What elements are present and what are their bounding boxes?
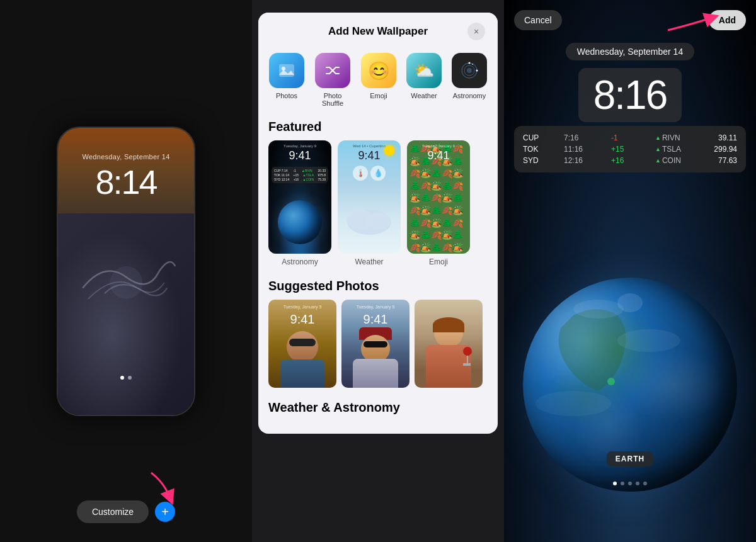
astronomy-label: Astronomy xyxy=(453,92,486,99)
person-silhouette-3 xyxy=(420,312,477,388)
featured-phone-emoji: 🌲🍂🏕️🌲🍂🏕️🌲🍂🏕️🌲🍂🏕️🌲🍂🏕️🌲🍂🏕️🌲🍂🏕️🌲🍂🏕️🌲🍂🏕️🌲🍂🏕️… xyxy=(407,140,470,254)
modal-title: Add New Wallpaper xyxy=(289,25,467,38)
featured-phone-weather: Wed 14 • Cupertino 9:41 🌡️ 💧 xyxy=(338,140,401,254)
dot-1 xyxy=(120,376,124,380)
add-arrow-annotation xyxy=(662,5,724,37)
stock-time-syd: 12:16 xyxy=(564,156,589,165)
emoji-icon: 😊 xyxy=(361,53,396,88)
add-wallpaper-button[interactable]: + xyxy=(155,502,175,522)
featured-weather-widgets: 🌡️ 💧 xyxy=(338,166,401,181)
suggested-section-title: Suggested Photos xyxy=(258,276,498,300)
stock-time-cup: 7:16 xyxy=(564,133,589,142)
featured-label-emoji: Emoji xyxy=(429,257,448,266)
stock-change-syd: +16 xyxy=(611,156,633,165)
stock-ticker-cup: CUP xyxy=(523,133,542,142)
modal: Add New Wallpaper × Photos Photo Shuffle… xyxy=(258,13,498,434)
featured-emoji-time: 9:41 xyxy=(407,149,470,162)
featured-grid: Tuesday, January 9 9:41 CUP 7:14-1▲RIVN2… xyxy=(258,140,498,276)
suggested-photo-3[interactable] xyxy=(415,300,483,388)
svg-point-6 xyxy=(469,62,471,64)
graffiti-svg xyxy=(72,228,181,342)
featured-stocks-widget: CUP 7:14-1▲RIVN20.33 TOK 11:14+15▲TSLA97… xyxy=(272,167,328,183)
svg-point-0 xyxy=(110,266,142,299)
stock-change-cup: -1 xyxy=(611,133,633,142)
featured-earth xyxy=(278,200,322,244)
svg-point-5 xyxy=(467,68,472,73)
svg-point-7 xyxy=(476,70,478,72)
featured-emoji-date: Tuesday, January 9 xyxy=(407,144,470,148)
panel-add-wallpaper: Add New Wallpaper × Photos Photo Shuffle… xyxy=(252,0,504,542)
weather-clouds-svg xyxy=(338,191,401,241)
p3-dot-2 xyxy=(621,482,624,485)
modal-header: Add New Wallpaper × xyxy=(258,13,498,45)
lock-screen-time: 8:16 xyxy=(504,68,756,122)
featured-phone-astronomy: Tuesday, January 9 9:41 CUP 7:14-1▲RIVN2… xyxy=(268,140,331,254)
stock-change-tok: +15 xyxy=(611,145,633,154)
person-silhouette-1 xyxy=(274,325,331,388)
stock-name-coin: ▲COIN xyxy=(655,156,687,165)
featured-item-weather[interactable]: Wed 14 • Cupertino 9:41 🌡️ 💧 xyxy=(338,140,401,266)
p3-dot-4 xyxy=(636,482,639,485)
svg-point-11 xyxy=(366,213,391,229)
panel-wallpaper-list: Wednesday, September 14 8:14 Customize + xyxy=(0,0,252,542)
date-pill: Wednesday, September 14 xyxy=(566,43,694,60)
stock-ticker-syd: SYD xyxy=(523,156,542,165)
svg-point-14 xyxy=(536,391,611,416)
stock-ticker-tok: TOK xyxy=(523,145,542,154)
wallpaper-type-photos[interactable]: Photos xyxy=(269,53,304,107)
featured-label-astronomy: Astronomy xyxy=(282,257,318,266)
wallpaper-type-shuffle[interactable]: Photo Shuffle xyxy=(314,53,351,107)
weather-label: Weather xyxy=(411,92,437,99)
customize-button[interactable]: Customize xyxy=(77,500,149,523)
svg-point-13 xyxy=(617,329,680,352)
featured-item-emoji[interactable]: 🌲🍂🏕️🌲🍂🏕️🌲🍂🏕️🌲🍂🏕️🌲🍂🏕️🌲🍂🏕️🌲🍂🏕️🌲🍂🏕️🌲🍂🏕️🌲🍂🏕️… xyxy=(407,140,470,266)
time-pill: 8:16 xyxy=(578,68,682,122)
cancel-button[interactable]: Cancel xyxy=(514,10,562,30)
weather-astronomy-title: Weather & Astronomy xyxy=(258,398,498,421)
panel-wallpaper-preview: Cancel Add Wednesday, September 14 8:16 … xyxy=(504,0,756,542)
suggested-photo-1[interactable]: Tuesday, January 9 9:41 xyxy=(268,300,336,388)
wallpaper-type-weather[interactable]: ⛅ Weather xyxy=(406,53,442,107)
svg-point-15 xyxy=(617,293,643,312)
wine-glass xyxy=(463,347,472,366)
astronomy-icon xyxy=(452,53,487,88)
weather-icon: ⛅ xyxy=(406,53,442,88)
p3-dot-1 xyxy=(613,482,617,485)
phone-lock-time: 8:14 xyxy=(58,162,194,201)
svg-point-12 xyxy=(573,300,624,319)
stock-name-tsla: ▲TSLA xyxy=(655,145,687,154)
svg-point-16 xyxy=(607,378,615,385)
featured-item-astronomy[interactable]: Tuesday, January 9 9:41 CUP 7:14-1▲RIVN2… xyxy=(268,140,331,266)
featured-label-weather: Weather xyxy=(355,257,383,266)
phone-lock-date: Wednesday, September 14 xyxy=(58,153,194,161)
stock-row-cup: CUP 7:16 -1 ▲RIVN 39.11 xyxy=(523,132,737,144)
svg-point-8 xyxy=(472,64,473,65)
stock-row-syd: SYD 12:16 +16 ▲COIN 77.63 xyxy=(523,155,737,166)
wallpaper-type-list: Photos Photo Shuffle 😊 Emoji ⛅ Weather xyxy=(258,45,498,117)
shuffle-icon xyxy=(315,53,350,88)
stock-price-tsla: 299.94 xyxy=(709,145,737,154)
emoji-label: Emoji xyxy=(370,92,387,99)
featured-mini-date-1: Tuesday, January 9 xyxy=(268,144,331,148)
photos-icon xyxy=(269,53,304,88)
stock-row-tok: TOK 11:16 +15 ▲TSLA 299.94 xyxy=(523,144,737,155)
suggested-date-2: Tuesday, January 9 xyxy=(341,305,410,309)
lock-screen-date: Wednesday, September 14 xyxy=(504,43,756,60)
page-indicator-dots xyxy=(504,482,756,485)
p3-dot-5 xyxy=(643,482,647,485)
stock-time-tok: 11:16 xyxy=(564,145,589,154)
modal-close-button[interactable]: × xyxy=(467,23,485,40)
earth-label: EARTH xyxy=(607,451,653,466)
phone-screen: Wednesday, September 14 8:14 xyxy=(58,128,194,415)
photos-label: Photos xyxy=(276,92,297,99)
featured-section-title: Featured xyxy=(258,117,498,140)
stock-price-coin: 77.63 xyxy=(709,156,737,165)
p3-dot-3 xyxy=(628,482,632,485)
wallpaper-type-emoji[interactable]: 😊 Emoji xyxy=(361,53,396,107)
phone-preview: Wednesday, September 14 8:14 xyxy=(57,127,195,416)
suggested-photo-2[interactable]: Tuesday, January 9 9:41 xyxy=(341,300,410,388)
featured-mini-time-1: 9:41 xyxy=(268,149,331,162)
bottom-toolbar: Customize + xyxy=(77,500,175,523)
phone-page-dots xyxy=(58,376,194,380)
wallpaper-type-astronomy[interactable]: Astronomy xyxy=(452,53,487,107)
